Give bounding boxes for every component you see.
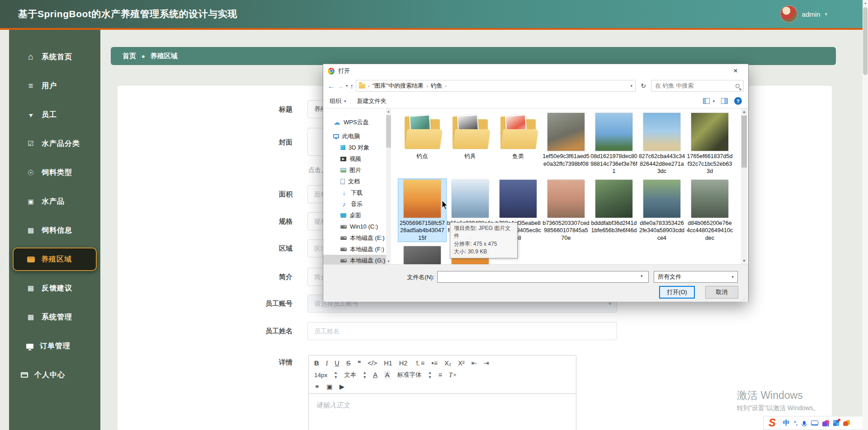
new-folder-button[interactable]: 新建文件夹	[357, 97, 387, 105]
resize-grip[interactable]: ⋰	[743, 296, 747, 301]
sidebar-item-水产品分类[interactable]: 水产品分类	[9, 129, 100, 158]
address-dropdown-icon[interactable]: ▾	[630, 84, 632, 88]
address-segment-fishing[interactable]: 钓鱼	[431, 82, 443, 90]
scrollbar-thumb[interactable]	[387, 116, 391, 147]
address-field[interactable]: › "图库"中的搜索结果 › 钓鱼 › ▾	[356, 80, 636, 92]
sidebar-item-个人中心[interactable]: 个人中心	[9, 360, 100, 389]
subscript-button[interactable]: X₂	[444, 359, 451, 367]
file-item[interactable]: b73605203307ced985660107845a570e	[542, 179, 590, 242]
video-button[interactable]: ▶	[340, 383, 344, 391]
nav-item-本地磁盘 (F:)[interactable]: 本地磁盘 (F:)	[323, 243, 391, 255]
cancel-button[interactable]: 取消	[705, 286, 738, 299]
back-button[interactable]: ←	[328, 82, 335, 90]
staff-name-input[interactable]	[307, 322, 617, 340]
file-item[interactable]: 25056967158fc5726ad5ab4b4304715f	[398, 179, 446, 242]
avatar[interactable]	[780, 5, 797, 23]
view-options-button[interactable]: ▾	[703, 98, 715, 104]
sidebar-item-饲料类型[interactable]: 饲料类型	[9, 158, 100, 187]
filename-input[interactable]	[437, 271, 649, 283]
highlight-color-button[interactable]: A	[384, 371, 391, 379]
help-icon[interactable]: ?	[734, 97, 742, 105]
italic-button[interactable]: I	[326, 359, 328, 367]
file-item[interactable]	[398, 245, 446, 264]
filename-dropdown-icon[interactable]: ▾	[641, 274, 643, 278]
nav-item-WPS云盘[interactable]: WPS云盘	[323, 117, 391, 128]
forward-button[interactable]: →	[337, 82, 344, 90]
superscript-button[interactable]: X²	[458, 359, 465, 367]
sidebar-item-水产品[interactable]: 水产品	[9, 187, 100, 216]
microphone-icon[interactable]	[803, 421, 806, 425]
address-segment-search-results[interactable]: "图库"中的搜索结果	[373, 82, 424, 90]
scroll-up-icon[interactable]: ▲	[741, 108, 747, 115]
file-item[interactable]: 1765ef661837d5df32c7c1bc52eb633d	[686, 112, 734, 175]
page-scrollbar[interactable]: ▲	[863, 0, 868, 430]
image-button[interactable]: ▣	[326, 383, 333, 391]
file-item[interactable]: 827c62cba443c34826442d8ee271a3dc	[638, 112, 686, 175]
font-size-select[interactable]: 14px▲▼	[314, 370, 337, 379]
keyboard-icon[interactable]	[811, 421, 818, 425]
up-button[interactable]: ↑	[350, 82, 354, 90]
sidebar-item-养殖区域[interactable]: 养殖区域	[13, 248, 97, 271]
punctuation-indicator[interactable]: °,	[794, 420, 797, 426]
close-icon[interactable]: ×	[727, 66, 744, 75]
toolbox-app-icon[interactable]	[833, 420, 839, 426]
files-scrollbar[interactable]: ▲ ▼	[741, 108, 747, 264]
clear-format-button[interactable]: T×	[449, 371, 457, 379]
history-caret-icon[interactable]: ▾	[346, 84, 348, 88]
nav-item-Win10 (C:)[interactable]: Win10 (C:)	[323, 221, 391, 232]
font-family-select[interactable]: 标准字体▲▼	[397, 370, 431, 379]
nav-item-文档[interactable]: 文档	[323, 176, 391, 187]
nav-item-3D 对象[interactable]: 3D 对象	[323, 142, 391, 153]
nav-scrollbar[interactable]: ▲ ▼	[386, 108, 391, 264]
nav-item-图片[interactable]: 图片	[323, 164, 391, 176]
nav-item-视频[interactable]: 视频	[323, 153, 391, 164]
sidebar-item-员工[interactable]: 员工	[9, 100, 100, 129]
sidebar-item-系统首页[interactable]: 系统首页	[9, 42, 100, 71]
search-icon[interactable]	[736, 84, 740, 88]
underline-button[interactable]: U	[335, 359, 339, 367]
bold-button[interactable]: B	[314, 359, 319, 367]
scroll-up-icon[interactable]: ▲	[386, 108, 391, 114]
file-item[interactable]: d8e0a7833534262fe340a58903cddce4	[638, 179, 686, 242]
filetype-select[interactable]: 所有文件 ▾	[654, 271, 738, 283]
breadcrumb-home[interactable]: 首页	[123, 52, 136, 61]
link-button[interactable]: ⚭	[314, 383, 320, 391]
blockquote-button[interactable]: ❝	[357, 359, 361, 367]
sogou-logo[interactable]: S	[765, 417, 779, 429]
refresh-icon[interactable]: ↻	[638, 82, 649, 89]
preview-pane-icon[interactable]	[721, 98, 728, 104]
code-button[interactable]: </>	[368, 359, 377, 367]
folder-item[interactable]: 钓点	[398, 112, 446, 175]
sidebar-item-饲料信息[interactable]: 饲料信息	[9, 216, 100, 245]
scrollbar-thumb[interactable]	[863, 7, 868, 75]
organize-button[interactable]: 组织▾	[330, 97, 346, 105]
align-button[interactable]: ≡	[438, 371, 442, 379]
sidebar-item-用户[interactable]: 用户	[9, 71, 100, 100]
scroll-up-icon[interactable]: ▲	[863, 0, 868, 6]
nav-item-本地磁盘 (G:)[interactable]: 本地磁盘 (G:)	[323, 255, 391, 264]
outdent-button[interactable]: ⇤	[472, 359, 477, 367]
open-button[interactable]: 打开(O)	[659, 286, 695, 299]
skin-app-icon[interactable]	[822, 420, 829, 426]
dialog-titlebar[interactable]: 打开 ×	[323, 64, 748, 78]
strike-button[interactable]: S	[346, 359, 351, 367]
editor-placeholder[interactable]: 请输入正文	[309, 394, 576, 417]
folder-item[interactable]: 鱼类	[494, 112, 542, 175]
header2-button[interactable]: H2	[399, 359, 408, 367]
folder-item[interactable]: 钓具	[446, 112, 494, 175]
scrollbar-thumb[interactable]	[741, 116, 747, 168]
nav-item-音乐[interactable]: 音乐	[323, 198, 391, 210]
text-color-button[interactable]: A	[373, 371, 377, 379]
header1-button[interactable]: H1	[384, 359, 392, 367]
sidebar-item-订单管理[interactable]: 订单管理	[9, 332, 100, 360]
paragraph-select[interactable]: 文本▲▼	[344, 370, 366, 379]
scroll-down-icon[interactable]: ▼	[386, 258, 391, 264]
sidebar-item-系统管理[interactable]: 系统管理	[9, 303, 100, 332]
nav-item-本地磁盘 (E:)[interactable]: 本地磁盘 (E:)	[323, 232, 391, 243]
emoji-app-icon[interactable]	[843, 420, 850, 426]
indent-button[interactable]: ⇥	[484, 359, 489, 367]
nav-item-下载[interactable]: 下载	[323, 187, 391, 198]
chinese-mode-indicator[interactable]: 中	[783, 419, 790, 427]
file-item[interactable]: d84b065200e76e4cc44802649410cdec	[686, 179, 734, 242]
file-item[interactable]: bdddfabf36d2f41d1bfe656b3fe6f46d	[590, 179, 638, 242]
